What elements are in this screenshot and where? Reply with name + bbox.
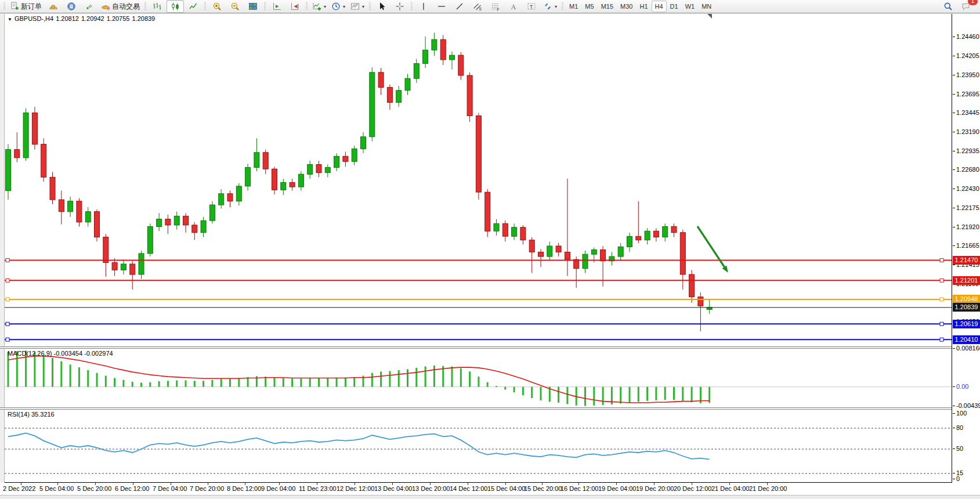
gold-button[interactable] <box>45 0 62 13</box>
candle-body <box>485 192 490 231</box>
search-button[interactable] <box>939 0 957 13</box>
text-label-button[interactable]: T <box>523 0 540 13</box>
line-price-label[interactable]: 1.20619 <box>953 320 980 328</box>
fibonacci-icon: F <box>491 2 500 11</box>
line-price-label[interactable]: 1.20839 <box>953 303 980 312</box>
time-label: 13 Dec 20:00 <box>412 485 450 492</box>
tile-windows-icon <box>248 2 258 11</box>
hline-handle[interactable] <box>6 298 9 301</box>
bar-chart-button[interactable] <box>149 0 166 13</box>
candle-body <box>538 252 544 256</box>
macd-pane[interactable]: MACD(12,26,9) -0.003454 -0.002974 <box>5 349 952 407</box>
templates-button[interactable]: ▾ <box>348 0 367 13</box>
equidistant-channel-button[interactable]: E <box>469 0 486 13</box>
new-order-button[interactable]: 新订单 <box>8 0 44 13</box>
candle-body <box>520 227 526 240</box>
candle-body <box>183 216 189 225</box>
tf-button-h1[interactable]: H1 <box>636 1 651 12</box>
hline-handle[interactable] <box>940 279 943 282</box>
arrows-button[interactable]: ▾ <box>541 0 559 13</box>
timeframe-clock-button[interactable]: ▾ <box>329 0 348 13</box>
candlestick-chart-button[interactable] <box>167 0 184 13</box>
vertical-line-button[interactable] <box>415 0 432 13</box>
chart-shift-marker[interactable] <box>707 14 712 19</box>
time-label: 12 Dec 12:00 <box>337 485 374 492</box>
time-label: 13 Dec 04:00 <box>374 485 412 492</box>
time-label: 21 Dec 20:00 <box>749 485 787 492</box>
line-price-label[interactable]: 1.21201 <box>953 276 980 285</box>
news-icon <box>67 2 76 11</box>
zoom-in-button[interactable] <box>208 0 226 13</box>
line-price-label[interactable]: 1.21470 <box>953 256 980 265</box>
chart-dropdown-icon[interactable]: ▼ <box>8 17 12 22</box>
line-price-label[interactable]: 1.20410 <box>953 335 980 344</box>
hline-handle[interactable] <box>940 322 943 326</box>
tf-button-m5[interactable]: M5 <box>581 1 597 12</box>
price-tick: 1.21920 <box>956 223 979 231</box>
cursor-button[interactable] <box>373 0 390 13</box>
price-axis[interactable]: 1.244601.242051.239501.236951.234451.231… <box>952 14 980 483</box>
tf-button-m30[interactable]: M30 <box>617 1 636 12</box>
window-left-edge <box>0 14 5 483</box>
signals-button[interactable] <box>81 0 98 13</box>
equidistant-channel-icon: E <box>473 2 482 11</box>
hline-handle[interactable] <box>940 259 943 262</box>
tf-button-d1[interactable]: D1 <box>667 1 682 12</box>
tf-button-h4[interactable]: H4 <box>652 1 667 12</box>
chat-button[interactable]: 1 <box>957 0 975 13</box>
line-chart-icon <box>189 2 198 11</box>
bar-chart-icon <box>153 2 162 11</box>
add-indicator-button[interactable]: ▾ <box>310 0 328 13</box>
gold-bars-icon <box>49 2 58 11</box>
time-tick <box>767 483 768 485</box>
main-chart-pane[interactable]: ▼GBPUSD-,H41.208121.209421.207551.20839 <box>5 14 952 346</box>
candle-body <box>343 156 348 161</box>
trend-arrow-annotation[interactable] <box>697 226 728 273</box>
time-tick <box>542 483 543 485</box>
auto-trading-label: 自动交易 <box>112 2 140 12</box>
chart-shift-button[interactable] <box>268 0 285 13</box>
arrows-icon <box>543 2 552 11</box>
tf-button-m1[interactable]: M1 <box>566 1 581 12</box>
pane-splitter[interactable] <box>0 346 980 349</box>
text-button[interactable]: A <box>505 0 522 13</box>
chart-header: ▼GBPUSD-,H41.208121.209421.207551.20839 <box>8 15 157 22</box>
hline-handle[interactable] <box>940 298 943 301</box>
hline-handle[interactable] <box>6 259 9 262</box>
candle-body <box>387 88 392 103</box>
time-label: 7 Dec 20:00 <box>190 485 224 492</box>
crosshair-button[interactable] <box>391 0 408 13</box>
hline-handle[interactable] <box>940 338 943 341</box>
news-button[interactable] <box>63 0 80 13</box>
macd-axis-label: 0.00 <box>956 383 968 390</box>
auto-trading-button[interactable]: 自动交易 <box>99 0 142 13</box>
rsi-pane[interactable]: RSI(14) 35.3216 <box>5 410 952 483</box>
fibonacci-button[interactable]: F <box>487 0 504 13</box>
candle-body <box>707 308 712 310</box>
tf-button-m15[interactable]: M15 <box>598 1 617 12</box>
trend-line-button[interactable] <box>451 0 468 13</box>
candle-body <box>281 182 286 190</box>
toolbar-grip <box>306 2 308 11</box>
candle-body <box>352 149 357 161</box>
hline-handle[interactable] <box>6 338 9 341</box>
time-tick <box>430 483 431 485</box>
auto-scroll-button[interactable] <box>286 0 303 13</box>
candle-body <box>653 231 659 237</box>
tf-button-w1[interactable]: W1 <box>682 1 699 12</box>
tile-windows-button[interactable] <box>244 0 262 13</box>
toolbar-grip <box>204 2 206 11</box>
line-chart-button[interactable] <box>185 0 202 13</box>
time-axis[interactable]: 2 Dec 20225 Dec 04:005 Dec 20:006 Dec 12… <box>0 483 980 495</box>
candle-body <box>6 150 11 191</box>
candle-body <box>103 237 109 263</box>
tf-button-mn[interactable]: MN <box>698 1 715 12</box>
zoom-out-button[interactable] <box>226 0 244 13</box>
line-price-label[interactable]: 1.20948 <box>953 295 980 303</box>
candle-body <box>396 91 402 103</box>
horizontal-line-button[interactable] <box>433 0 450 13</box>
hline-handle[interactable] <box>6 322 9 326</box>
candle-body <box>432 39 437 50</box>
pane-splitter[interactable] <box>0 407 980 410</box>
hline-handle[interactable] <box>6 279 9 282</box>
